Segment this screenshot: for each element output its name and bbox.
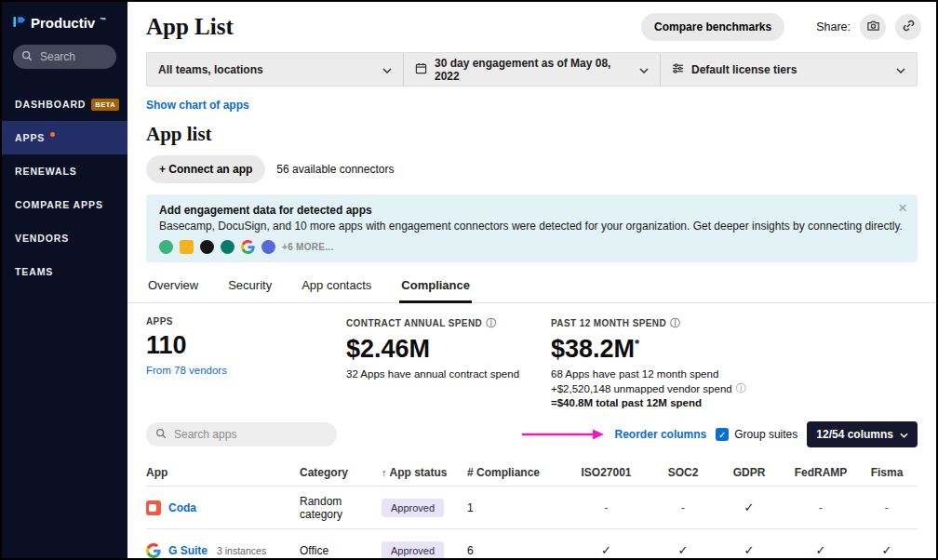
header-app[interactable]: App: [146, 466, 300, 479]
teams-filter-dropdown[interactable]: All teams, locations: [147, 53, 404, 86]
copy-link-button[interactable]: [895, 14, 921, 40]
engagement-filter-label: 30 day engagement as of May 08, 2022: [435, 57, 632, 83]
status-badge: Approved: [382, 499, 444, 517]
tab-app-contacts[interactable]: App contacts: [300, 274, 373, 302]
sidebar-item-label: COMPARE APPS: [15, 199, 103, 210]
app-name-link[interactable]: G Suite: [168, 544, 208, 557]
stat-contract-sub: 32 Apps have annual contract spend: [346, 368, 551, 380]
search-icon: [21, 48, 33, 65]
banner-body: Basecamp, DocuSign, and 10 more apps wit…: [159, 220, 904, 233]
sidebar-item-label: RENEWALS: [15, 166, 77, 177]
app-window: Productiv™ DASHBOARD BETA APPS RENEWALS …: [0, 0, 938, 560]
annotation-arrow: [522, 428, 604, 441]
sidebar-item-label: APPS: [15, 132, 45, 143]
notification-dot: [50, 132, 55, 137]
productiv-logo-icon: [13, 15, 26, 32]
tab-security[interactable]: Security: [226, 274, 274, 302]
google-icon: [241, 240, 255, 254]
logo-text: Productiv: [31, 15, 95, 31]
soc2-cell: -: [653, 500, 718, 514]
chevron-down-icon: [639, 63, 649, 76]
stat-past12-sub2: +$2,520,148 unmapped vendor spend: [551, 383, 732, 394]
sidebar-item-apps[interactable]: APPS: [2, 121, 127, 154]
connector-icons-row: +6 MORE...: [159, 240, 904, 254]
engagement-filter-dropdown[interactable]: 30 day engagement as of May 08, 2022: [404, 53, 661, 86]
tab-bar: Overview Security App contacts Complianc…: [127, 274, 936, 303]
sort-ascending-icon: ↑: [382, 467, 387, 478]
category-cell: Office: [300, 544, 382, 557]
columns-button-label: 12/54 columns: [816, 428, 893, 441]
beta-badge: BETA: [91, 99, 119, 111]
from-vendors-link[interactable]: From 78 vendors: [146, 365, 346, 376]
compare-benchmarks-button[interactable]: Compare benchmarks: [641, 13, 784, 41]
status-badge: Approved: [382, 541, 444, 559]
info-icon[interactable]: ⓘ: [486, 316, 496, 330]
category-cell: Random category: [300, 495, 382, 521]
sidebar-item-label: TEAMS: [15, 266, 53, 277]
screenshot-share-button[interactable]: [860, 14, 886, 40]
info-icon[interactable]: ⓘ: [670, 316, 680, 330]
chevron-down-icon: [900, 428, 908, 441]
sidebar-nav: DASHBOARD BETA APPS RENEWALS COMPARE APP…: [2, 87, 127, 288]
gdpr-cell: ✓: [718, 500, 785, 514]
header-fedramp[interactable]: FedRAMP: [785, 466, 862, 479]
fisma-cell: -: [862, 500, 918, 514]
sidebar-item-renewals[interactable]: RENEWALS: [2, 154, 127, 188]
header-app-status[interactable]: ↑App status: [382, 466, 467, 479]
reorder-columns-link[interactable]: Reorder columns: [615, 428, 707, 441]
sidebar-search[interactable]: [13, 45, 116, 69]
asterisk: *: [635, 337, 639, 351]
connector-icon-2: [180, 240, 194, 254]
main-content: App List Compare benchmarks Share: All: [127, 2, 936, 558]
stat-apps: APPS 110 From 78 vendors: [146, 316, 346, 408]
chevron-down-icon: [382, 63, 392, 76]
app-name-link[interactable]: Coda: [168, 501, 196, 514]
sidebar-item-dashboard[interactable]: DASHBOARD BETA: [2, 87, 127, 121]
header-gdpr[interactable]: GDPR: [718, 466, 785, 479]
sidebar-item-label: VENDORS: [15, 233, 69, 244]
group-suites-label: Group suites: [734, 428, 797, 441]
table-controls: Reorder columns ✓ Group suites 12/54 col…: [146, 421, 918, 447]
table-header-row: App Category ↑App status # Compliance IS…: [146, 459, 918, 487]
header-iso27001[interactable]: ISO27001: [565, 466, 653, 479]
close-icon[interactable]: ×: [898, 200, 907, 216]
stat-contract-spend: CONTRACT ANNUAL SPEND ⓘ $2.46M 32 Apps h…: [346, 316, 551, 408]
columns-button[interactable]: 12/54 columns: [807, 421, 918, 447]
sidebar-item-teams[interactable]: TEAMS: [2, 255, 127, 288]
fedramp-cell: ✓: [785, 543, 862, 557]
tab-compliance[interactable]: Compliance: [399, 274, 472, 303]
tab-overview[interactable]: Overview: [146, 274, 200, 302]
stat-past12-sub3: =$40.8M total past 12M spend: [551, 397, 918, 408]
connect-app-button[interactable]: + Connect an app: [146, 155, 265, 183]
license-tiers-filter-label: Default license tiers: [691, 63, 797, 76]
calendar-icon: [415, 62, 427, 77]
iso27001-cell: -: [565, 500, 653, 514]
sidebar-search-input[interactable]: [38, 49, 108, 64]
header-soc2[interactable]: SOC2: [653, 466, 718, 479]
camera-icon: [866, 19, 880, 36]
soc2-cell: ✓: [653, 543, 718, 557]
table-controls-right: Reorder columns ✓ Group suites 12/54 col…: [522, 421, 918, 447]
header-category[interactable]: Category: [300, 466, 382, 479]
stat-contract-label: CONTRACT ANNUAL SPEND: [346, 318, 482, 328]
license-tiers-filter-dropdown[interactable]: Default license tiers: [661, 53, 917, 86]
header-compliance[interactable]: # Compliance: [467, 466, 565, 479]
connector-icon-6: [261, 240, 275, 254]
page-header: App List Compare benchmarks Share:: [127, 2, 936, 52]
stat-contract-value: $2.46M: [346, 335, 551, 364]
sidebar-item-vendors[interactable]: VENDORS: [2, 221, 127, 255]
group-suites-checkbox[interactable]: ✓: [716, 428, 729, 441]
connect-row: + Connect an app 56 available connectors: [146, 155, 918, 183]
stat-past12-spend: PAST 12 MONTH SPEND ⓘ $38.2M* 68 Apps ha…: [551, 316, 918, 408]
search-apps-field[interactable]: [146, 422, 337, 447]
show-chart-link[interactable]: Show chart of apps: [146, 99, 918, 112]
stats-row: APPS 110 From 78 vendors CONTRACT ANNUAL…: [127, 303, 936, 408]
search-apps-input[interactable]: [172, 427, 328, 442]
header-fisma[interactable]: Fisma: [862, 466, 918, 479]
compliance-count-cell: 1: [467, 501, 565, 514]
stat-apps-label: APPS: [146, 316, 346, 327]
connector-icon-4: [221, 240, 234, 254]
sidebar-item-compare-apps[interactable]: COMPARE APPS: [2, 188, 127, 221]
info-icon[interactable]: ⓘ: [736, 381, 746, 395]
stat-past12-sub1: 68 Apps have past 12 month spend: [551, 368, 918, 380]
